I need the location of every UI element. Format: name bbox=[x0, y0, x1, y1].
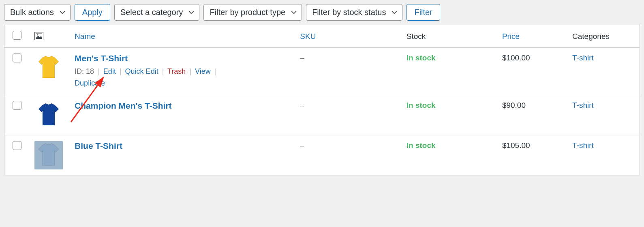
row-checkbox[interactable] bbox=[13, 141, 21, 150]
product-name-link[interactable]: Champion Men's T-Shirt bbox=[75, 101, 172, 110]
row-checkbox[interactable] bbox=[13, 101, 21, 110]
row-checkbox[interactable] bbox=[13, 54, 21, 62]
trash-link[interactable]: Trash bbox=[167, 67, 186, 75]
product-name-link[interactable]: Blue T-Shirt bbox=[75, 141, 122, 150]
duplicate-link[interactable]: Duplicate bbox=[75, 79, 105, 87]
products-toolbar: Bulk actions Apply Select a category Fil… bbox=[0, 0, 644, 25]
column-price[interactable]: Price bbox=[497, 25, 567, 48]
chevron-down-icon bbox=[291, 10, 297, 15]
select-all-checkbox[interactable] bbox=[13, 31, 21, 40]
product-thumbnail[interactable] bbox=[30, 48, 70, 95]
svg-point-1 bbox=[37, 34, 39, 35]
column-stock: Stock bbox=[402, 25, 497, 48]
stock-status-select[interactable]: Filter by stock status bbox=[306, 4, 402, 21]
category-link[interactable]: T-shirt bbox=[572, 101, 594, 109]
product-type-select[interactable]: Filter by product type bbox=[203, 4, 302, 21]
filter-button[interactable]: Filter bbox=[407, 4, 440, 21]
category-link[interactable]: T-shirt bbox=[572, 141, 594, 150]
image-icon bbox=[34, 32, 43, 40]
quick-edit-link[interactable]: Quick Edit bbox=[125, 67, 158, 75]
bulk-actions-select[interactable]: Bulk actions bbox=[4, 4, 71, 21]
edit-link[interactable]: Edit bbox=[103, 67, 116, 75]
row-actions: ID: 18 | Edit | Quick Edit | Trash | Vie… bbox=[75, 66, 245, 89]
table-row: Blue T-Shirt – In stock $105.00 T-shirt bbox=[4, 135, 640, 175]
column-categories: Categories bbox=[567, 25, 640, 48]
chevron-down-icon bbox=[188, 10, 194, 15]
product-price: $100.00 bbox=[502, 54, 530, 62]
apply-button[interactable]: Apply bbox=[75, 4, 110, 21]
column-select-all bbox=[4, 25, 30, 48]
product-thumbnail[interactable] bbox=[30, 95, 70, 135]
chevron-down-icon bbox=[392, 10, 397, 15]
column-sku[interactable]: SKU bbox=[295, 25, 401, 48]
products-table: Name SKU Stock Price Categories Men's T-… bbox=[4, 25, 640, 176]
column-name[interactable]: Name bbox=[70, 25, 295, 48]
product-name-link[interactable]: Men's T-Shirt bbox=[75, 54, 128, 63]
table-row: Men's T-Shirt ID: 18 | Edit | Quick Edit… bbox=[4, 48, 640, 95]
product-id: ID: 18 bbox=[75, 67, 94, 75]
bulk-actions-label: Bulk actions bbox=[10, 8, 54, 17]
product-type-select-label: Filter by product type bbox=[210, 8, 285, 17]
product-sku: – bbox=[300, 101, 304, 109]
stock-status: In stock bbox=[407, 54, 436, 62]
product-sku: – bbox=[300, 141, 304, 150]
column-image bbox=[30, 25, 70, 48]
category-select-label: Select a category bbox=[120, 8, 183, 17]
stock-status: In stock bbox=[407, 101, 436, 109]
category-link[interactable]: T-shirt bbox=[572, 54, 594, 62]
product-price: $105.00 bbox=[502, 141, 530, 150]
chevron-down-icon bbox=[60, 10, 65, 15]
category-select[interactable]: Select a category bbox=[114, 4, 200, 21]
stock-status: In stock bbox=[407, 141, 436, 150]
product-sku: – bbox=[300, 54, 304, 62]
view-link[interactable]: View bbox=[195, 67, 211, 75]
stock-status-select-label: Filter by stock status bbox=[312, 8, 386, 17]
table-row: Champion Men's T-Shirt – In stock $90.00… bbox=[4, 95, 640, 135]
product-thumbnail[interactable] bbox=[30, 135, 70, 175]
product-price: $90.00 bbox=[502, 101, 526, 109]
